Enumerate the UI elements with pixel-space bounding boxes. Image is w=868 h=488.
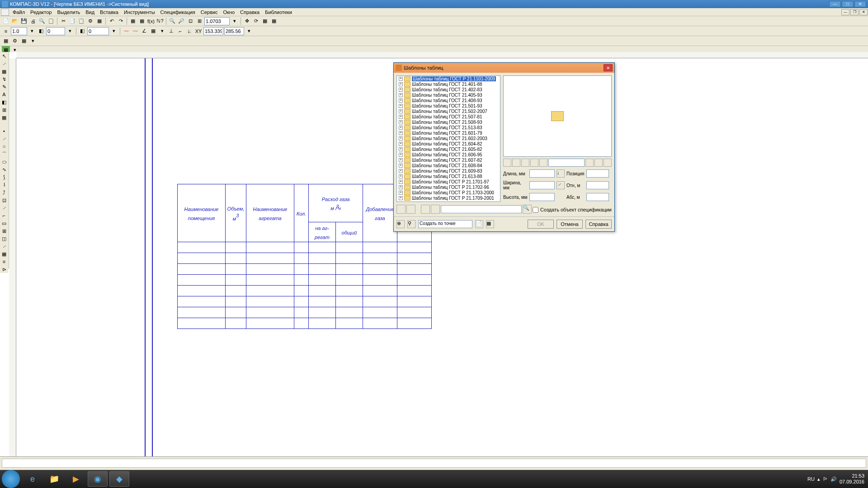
st-21-icon[interactable]: ⌐ — [0, 212, 8, 219]
st-12-icon[interactable]: ○ — [0, 143, 8, 150]
st-22-icon[interactable]: ▭ — [0, 220, 8, 227]
pr-combo[interactable] — [548, 159, 585, 167]
expand-icon[interactable]: + — [399, 88, 403, 92]
print-icon[interactable]: 🖨 — [29, 17, 37, 25]
props-icon[interactable]: ⚙ — [86, 17, 94, 25]
paste-icon[interactable]: 📋 — [77, 17, 85, 25]
tree-item[interactable]: +Шаблоны таблиц ГОСТ 21.606-95 — [397, 152, 500, 157]
zoom-fit-icon[interactable]: ⊞ — [195, 17, 203, 25]
pr-btn3[interactable] — [521, 159, 529, 167]
expand-icon[interactable]: + — [399, 109, 403, 113]
pan-icon[interactable]: ✥ — [243, 17, 251, 25]
taskbar[interactable]: e 📁 ▶ ◉ ◆ RU ▴ 🏳 🔊 21:53 07.09.2016 — [0, 470, 868, 488]
tree-item[interactable]: +Шаблоны таблиц ГОСТ 21.602-2003 — [397, 136, 500, 141]
ft-btn3[interactable]: 📄 — [475, 220, 483, 228]
tb-b-icon[interactable]: ▦ — [138, 17, 146, 25]
pr-btn6[interactable] — [585, 159, 594, 167]
create-mode-combo[interactable]: Создать по точке — [418, 220, 472, 228]
st-23-icon[interactable]: ⊞ — [0, 227, 8, 235]
tree-item[interactable]: +Шаблоны таблиц ГОСТ 21.405-93 — [397, 92, 500, 98]
tb-icon[interactable]: ▦ — [95, 17, 104, 25]
tree-item[interactable]: +Шаблоны таблиц ГОСТ Р 21.1101-2009 — [397, 76, 500, 81]
tree-item[interactable]: +Шаблоны таблиц ГОСТ Р 21.1709-2001 — [397, 195, 500, 201]
bt-btn4[interactable] — [431, 205, 440, 214]
st-27-icon[interactable]: ≡ — [0, 258, 8, 265]
bt-btn1[interactable] — [396, 205, 406, 214]
tree-item[interactable]: +Шаблоны таблиц ГОСТ 21.608-84 — [397, 163, 500, 168]
tray-expand-icon[interactable]: ▴ — [817, 476, 820, 482]
expand-icon[interactable]: + — [399, 115, 403, 119]
pr-btn8[interactable] — [604, 159, 612, 167]
tb3b-icon[interactable]: ⚙ — [11, 37, 19, 45]
num2-input[interactable] — [87, 27, 109, 35]
dd-icon[interactable]: ▾ — [28, 27, 36, 35]
st-20-icon[interactable]: ⟋ — [0, 204, 8, 211]
maximize-button[interactable]: □ — [842, 1, 854, 7]
expand-icon[interactable]: + — [399, 147, 403, 151]
st-19-icon[interactable]: ⊡ — [0, 197, 8, 204]
bt-btn5[interactable]: 🔍 — [523, 205, 532, 214]
expand-icon[interactable]: + — [399, 99, 403, 103]
ft-btn1[interactable]: ⊕ — [396, 220, 405, 228]
expand-icon[interactable]: + — [399, 180, 403, 184]
expand-icon[interactable]: + — [399, 104, 403, 108]
st-7-icon[interactable]: ◧ — [0, 99, 8, 106]
mdi-restore[interactable]: ❐ — [850, 9, 859, 15]
pr-btn5[interactable] — [539, 159, 547, 167]
tree-item[interactable]: +Шаблоны таблиц ГОСТ 21.604-82 — [397, 141, 500, 146]
linewidth-input[interactable] — [11, 27, 27, 35]
st-24-icon[interactable]: ◫ — [0, 235, 8, 242]
expand-icon[interactable]: + — [399, 93, 403, 97]
dd2-icon[interactable]: ▾ — [66, 27, 74, 35]
st-18-icon[interactable]: ⤴ — [0, 189, 8, 196]
expand-icon[interactable]: + — [399, 196, 403, 200]
ft-btn2[interactable]: ⚲ — [407, 220, 415, 228]
dialog-close-button[interactable]: ✕ — [604, 64, 613, 71]
zoom-window-icon[interactable]: ⊡ — [186, 17, 194, 25]
st-6-icon[interactable]: A — [0, 91, 8, 98]
preview-icon[interactable]: 🔍 — [38, 17, 46, 25]
menu-tools[interactable]: Инструменты — [121, 9, 158, 16]
menu-spec[interactable]: Спецификация — [158, 9, 198, 16]
zoom-in-icon[interactable]: 🔍 — [168, 17, 176, 25]
layer-icon[interactable]: ◧ — [37, 27, 45, 35]
fx-icon[interactable]: f(x) — [147, 17, 155, 25]
menu-help[interactable]: Справка — [237, 9, 262, 16]
spec-checkbox[interactable] — [533, 207, 538, 213]
expand-icon[interactable]: + — [399, 77, 403, 81]
expand-icon[interactable]: + — [399, 158, 403, 162]
st-3-icon[interactable]: ▦ — [0, 68, 8, 75]
expand-icon[interactable]: + — [399, 169, 403, 173]
zoom-drop-icon[interactable]: ▾ — [231, 17, 239, 25]
minimize-button[interactable]: — — [829, 1, 841, 7]
snap1-icon[interactable]: ∠ — [140, 27, 148, 35]
tree-item[interactable]: +Шаблоны таблиц ГОСТ 21.501-93 — [397, 103, 500, 108]
system-tray[interactable]: RU ▴ 🏳 🔊 21:53 07.09.2016 — [807, 473, 868, 485]
st-13-icon[interactable]: ⌒ — [0, 150, 8, 158]
menu-insert[interactable]: Вставка — [97, 9, 121, 16]
tb3a-icon[interactable]: ▦ — [2, 37, 10, 45]
tb-explorer[interactable]: 📁 — [44, 471, 64, 487]
lang-indicator[interactable]: RU — [807, 476, 815, 482]
st-11-icon[interactable]: ⟋ — [0, 135, 8, 142]
expand-icon[interactable]: + — [399, 191, 403, 195]
expand-icon[interactable]: + — [399, 82, 403, 86]
cancel-button[interactable]: Отмена — [557, 220, 583, 229]
st-17-icon[interactable]: ⌇ — [0, 181, 8, 188]
menu-edit[interactable]: Редактор — [28, 9, 54, 16]
st-28-icon[interactable]: ⊳ — [0, 266, 8, 273]
pr-btn4[interactable] — [530, 159, 538, 167]
clock[interactable]: 21:53 07.09.2016 — [840, 473, 864, 485]
expand-icon[interactable]: + — [399, 120, 403, 124]
st-15-icon[interactable]: ∿ — [0, 166, 8, 173]
dd4-icon[interactable]: ▾ — [158, 27, 166, 35]
st-2-icon[interactable]: ⟋ — [0, 60, 8, 67]
expand-icon[interactable]: + — [399, 136, 403, 141]
tb-a-icon[interactable]: ▦ — [129, 17, 137, 25]
height-combo[interactable] — [529, 193, 555, 201]
color1-icon[interactable]: 〰 — [122, 27, 130, 35]
otn-input[interactable] — [586, 181, 609, 189]
anchor-btn1[interactable]: ↓ — [557, 169, 565, 178]
tree-item[interactable]: +Шаблоны таблиц ГОСТ 21.507-81 — [397, 114, 500, 119]
st-5-icon[interactable]: ✎ — [0, 83, 8, 90]
